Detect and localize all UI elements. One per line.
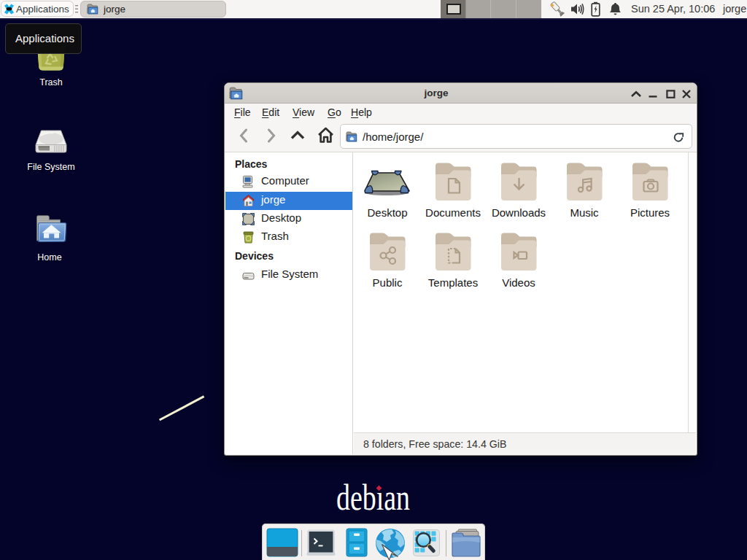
svg-text:debıan: debıan	[336, 477, 410, 518]
